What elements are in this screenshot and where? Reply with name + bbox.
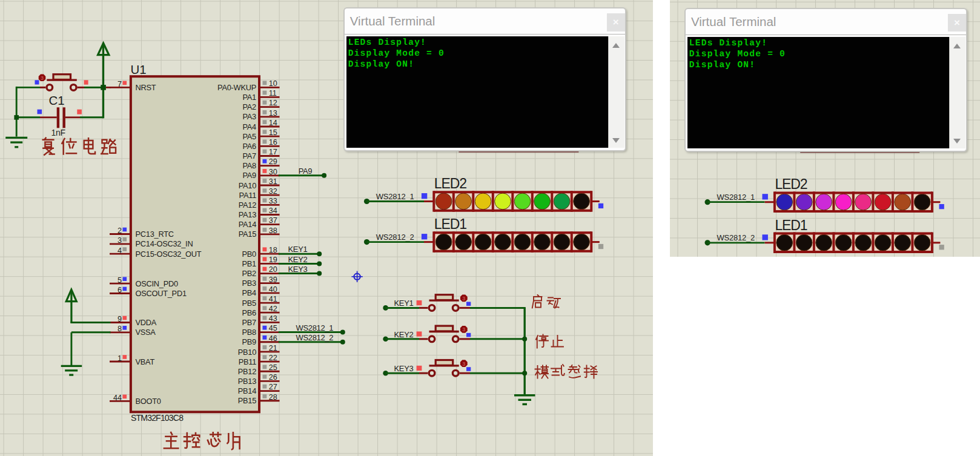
svg-text:LED1: LED1 (434, 216, 466, 232)
svg-text:5: 5 (118, 276, 122, 285)
svg-text:28: 28 (269, 393, 277, 401)
svg-text:VDDA: VDDA (136, 318, 157, 327)
svg-text:3: 3 (462, 296, 465, 302)
svg-text:PA2: PA2 (243, 102, 257, 111)
svg-text:PA14: PA14 (239, 220, 256, 229)
svg-text:WS2812_1: WS2812_1 (717, 193, 755, 202)
svg-text:14: 14 (269, 119, 277, 127)
svg-text:19: 19 (269, 256, 277, 264)
svg-text:30: 30 (269, 168, 277, 176)
svg-text:KEY2: KEY2 (288, 255, 308, 264)
svg-text:27: 27 (269, 383, 277, 391)
svg-text:PC13_RTC: PC13_RTC (136, 230, 174, 239)
svg-text:32: 32 (269, 187, 277, 196)
svg-text:PA4: PA4 (243, 122, 257, 131)
svg-text:15: 15 (269, 128, 277, 137)
svg-text:3: 3 (462, 326, 465, 332)
svg-text:10: 10 (269, 79, 277, 88)
svg-text:PA9: PA9 (243, 171, 257, 180)
svg-text:4: 4 (118, 246, 122, 255)
svg-text:11: 11 (269, 89, 277, 97)
svg-text:LED2: LED2 (434, 176, 466, 191)
svg-text:PA13: PA13 (239, 210, 256, 219)
svg-text:3: 3 (118, 236, 122, 245)
svg-text:STM32F103C8: STM32F103C8 (131, 413, 184, 423)
svg-text:PB15: PB15 (238, 396, 256, 405)
svg-text:LED2: LED2 (775, 176, 807, 192)
svg-text:PC14-OSC32_IN: PC14-OSC32_IN (136, 239, 193, 248)
svg-text:OSCIN_PD0: OSCIN_PD0 (136, 279, 178, 288)
svg-text:42: 42 (269, 305, 277, 313)
svg-text:OSCOUT_PD1: OSCOUT_PD1 (136, 289, 187, 298)
svg-text:21: 21 (269, 344, 277, 352)
svg-text:38: 38 (269, 226, 277, 235)
svg-text:45: 45 (269, 324, 277, 332)
svg-text:22: 22 (269, 354, 277, 362)
svg-text:3: 3 (41, 75, 44, 81)
svg-text:16: 16 (269, 138, 277, 147)
svg-text:KEY3: KEY3 (288, 265, 308, 274)
svg-text:KEY1: KEY1 (394, 299, 414, 308)
svg-text:PB2: PB2 (242, 269, 257, 278)
svg-text:PB4: PB4 (242, 288, 257, 297)
svg-text:PB8: PB8 (242, 328, 257, 337)
svg-text:PA7: PA7 (243, 151, 257, 160)
svg-text:PA15: PA15 (239, 230, 256, 239)
svg-text:KEY3: KEY3 (394, 364, 414, 373)
svg-text:12: 12 (269, 99, 277, 107)
svg-text:PB14: PB14 (238, 386, 256, 395)
svg-text:BOOT0: BOOT0 (136, 397, 161, 406)
svg-text:WS2812_1: WS2812_1 (376, 192, 414, 201)
svg-text:PA8: PA8 (243, 161, 257, 170)
svg-text:26: 26 (269, 373, 277, 382)
svg-text:WS2812_2: WS2812_2 (296, 333, 334, 342)
svg-text:KEY1: KEY1 (288, 245, 308, 254)
svg-text:6: 6 (118, 286, 122, 294)
svg-text:VBAT: VBAT (136, 357, 155, 366)
svg-text:PA10: PA10 (239, 181, 256, 190)
svg-text:PA6: PA6 (243, 142, 257, 151)
svg-text:7: 7 (118, 80, 122, 88)
svg-text:PB10: PB10 (238, 348, 256, 357)
svg-text:PB7: PB7 (242, 318, 257, 327)
svg-text:39: 39 (269, 276, 277, 284)
svg-text:PB13: PB13 (238, 377, 256, 386)
svg-text:WS2812_2: WS2812_2 (376, 233, 414, 242)
svg-text:U1: U1 (131, 62, 147, 76)
svg-text:34: 34 (269, 207, 277, 215)
svg-text:1: 1 (118, 354, 122, 363)
svg-text:25: 25 (269, 363, 277, 372)
svg-text:41: 41 (269, 295, 277, 303)
svg-text:18: 18 (269, 246, 277, 254)
svg-text:PA12: PA12 (239, 200, 256, 210)
svg-text:1nF: 1nF (51, 128, 65, 137)
svg-text:PA11: PA11 (239, 191, 257, 200)
svg-text:PB0: PB0 (242, 249, 257, 259)
svg-text:44: 44 (113, 394, 122, 402)
svg-text:9: 9 (118, 315, 122, 323)
svg-text:17: 17 (269, 148, 277, 156)
svg-text:PB1: PB1 (242, 259, 257, 268)
svg-text:PB9: PB9 (242, 337, 257, 346)
svg-text:33: 33 (269, 197, 277, 205)
svg-text:43: 43 (269, 314, 277, 323)
svg-text:C1: C1 (49, 93, 65, 107)
svg-text:PA9: PA9 (299, 167, 313, 176)
svg-text:29: 29 (269, 157, 277, 166)
svg-text:PA1: PA1 (243, 93, 257, 102)
svg-text:WS2812_1: WS2812_1 (296, 323, 334, 332)
svg-text:PB12: PB12 (238, 367, 256, 376)
svg-text:40: 40 (269, 285, 277, 294)
svg-text:2: 2 (118, 226, 122, 235)
svg-text:37: 37 (269, 216, 277, 225)
svg-text:KEY2: KEY2 (394, 330, 414, 339)
svg-text:PB6: PB6 (242, 308, 257, 317)
svg-text:WS2812_2: WS2812_2 (717, 233, 755, 242)
svg-text:3: 3 (462, 361, 465, 367)
svg-text:PA0-WKUP: PA0-WKUP (217, 83, 256, 92)
svg-text:LED1: LED1 (775, 217, 807, 233)
svg-text:13: 13 (269, 109, 277, 117)
svg-text:PB11: PB11 (239, 357, 256, 366)
svg-text:PB5: PB5 (242, 299, 257, 308)
svg-text:PA3: PA3 (243, 112, 257, 121)
